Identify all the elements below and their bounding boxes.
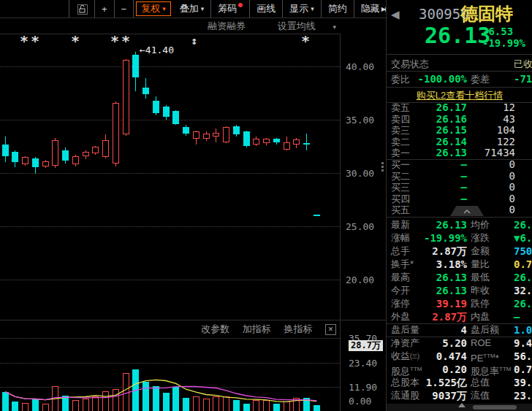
price-grid-line xyxy=(0,173,340,174)
event-star-marker: * xyxy=(301,32,310,50)
price-grid-line xyxy=(0,226,340,227)
volume-bar xyxy=(183,398,189,411)
divider xyxy=(387,337,532,337)
candle xyxy=(32,158,39,167)
volume-tick-label: 11.90 xyxy=(349,382,377,393)
stat-label: 涨停 xyxy=(391,297,410,310)
volume-tick-label: 0.00 xyxy=(349,396,371,407)
stat-row: 总手2.87万金额7500万 xyxy=(387,245,532,258)
stat-value: 4 xyxy=(408,323,467,337)
l2-quote-link[interactable]: 购买L2查看十档行情 xyxy=(387,89,532,102)
volume-bar xyxy=(273,404,280,411)
candle xyxy=(233,126,240,135)
weibi-row: 委比 -100.00% 委差 -71715 xyxy=(387,72,532,86)
volume-bar xyxy=(62,396,69,411)
stat-row: 涨停39.19跌停26.13 xyxy=(387,297,532,310)
order-book-row: 买二—0 xyxy=(387,171,532,183)
candle xyxy=(172,111,179,124)
stat-value: 23.61亿 xyxy=(514,389,532,402)
stat-row: 涨幅-19.99%涨跌▼6.53 xyxy=(387,231,532,245)
volume-bar xyxy=(284,402,290,411)
trade-status-label: 交易状态 xyxy=(391,57,429,71)
price-grid-line xyxy=(0,66,340,67)
candle-wick xyxy=(306,134,307,150)
candle xyxy=(203,134,210,139)
last-price: 26.13 xyxy=(425,23,490,48)
volume-bar xyxy=(83,399,89,411)
candle xyxy=(303,143,310,145)
stat-row: 净资产5.20ROE9.41 xyxy=(387,337,532,350)
divider xyxy=(387,217,532,218)
divider xyxy=(387,71,532,72)
candle xyxy=(92,147,99,153)
stat-label: 总值 xyxy=(471,376,490,389)
stat-label: 最低 xyxy=(471,271,490,284)
stat-value: 0.7 xyxy=(514,258,532,271)
candle xyxy=(293,139,300,145)
stat-value: 1.05万 xyxy=(514,323,532,337)
price-grid-line xyxy=(0,280,340,280)
stat-label: 外盘 xyxy=(391,310,410,323)
quote-panel-scrollbar[interactable] xyxy=(387,404,532,411)
candle xyxy=(314,215,320,216)
stat-value: 9.41 xyxy=(514,337,532,350)
stat-value: 0.20 xyxy=(408,363,467,376)
order-level-label: 买一 xyxy=(391,159,410,171)
stat-row: 最新26.13均价26.13 xyxy=(387,218,532,231)
price-tick-label: 35.00 xyxy=(346,115,374,126)
stat-row: 外盘2.87万内盘— xyxy=(387,310,532,323)
order-book-row: 买三—0 xyxy=(387,182,532,193)
event-star-marker: * xyxy=(110,32,119,50)
event-star-marker: * xyxy=(121,32,130,50)
stat-label: 最新 xyxy=(391,218,410,231)
stat-value: 26.13 xyxy=(514,218,532,231)
stat-row: 股息TTM0.20股息率TTM0.76 xyxy=(387,363,532,376)
candle xyxy=(42,161,49,166)
stat-label: 均价 xyxy=(471,218,490,231)
volume-bar xyxy=(193,396,200,411)
order-level-label: 卖四 xyxy=(391,114,410,126)
stat-label: 涨跌 xyxy=(471,231,490,245)
quote-panel: ◀ 300950 德固特 26.13 -6.53 -19.99% 交易状态 已收… xyxy=(386,0,532,411)
stat-value: 26.13 xyxy=(408,271,467,284)
volume-bar xyxy=(92,396,99,411)
order-book-row: 卖三26.15104 xyxy=(387,125,532,137)
candle xyxy=(2,145,9,156)
volume-bar xyxy=(303,398,310,411)
candle xyxy=(223,127,229,142)
stat-row: 盘后量4盘后额1.05万 xyxy=(387,323,532,337)
stat-label: 跌停 xyxy=(471,297,490,310)
stat-value: 2.87万 xyxy=(408,310,467,323)
order-quantity: 0 xyxy=(457,171,515,183)
order-level-label: 买三 xyxy=(391,182,410,193)
scroll-up-icon[interactable] xyxy=(458,403,466,407)
candle xyxy=(163,107,170,116)
trade-status-value: 已收盘 xyxy=(514,57,532,71)
weibi-value: -100.00% xyxy=(408,72,467,86)
order-level-label: 买四 xyxy=(391,193,410,205)
candle xyxy=(243,131,250,146)
back-icon[interactable]: ◀ xyxy=(391,8,400,21)
panel-splitter-handle[interactable] xyxy=(381,162,384,164)
volume-bar xyxy=(213,396,219,411)
stat-value: 56.2 xyxy=(514,350,532,363)
stat-value: — xyxy=(514,310,520,323)
scrollbar-thumb[interactable] xyxy=(473,405,517,410)
order-quantity: 0 xyxy=(457,182,515,193)
candle xyxy=(284,142,290,150)
volume-bar xyxy=(123,373,129,411)
stat-label: 内盘 xyxy=(471,310,490,323)
price-tick-label: 30.00 xyxy=(346,168,374,179)
order-quantity: 0 xyxy=(457,193,515,205)
candle xyxy=(153,101,159,114)
order-book-row: 卖二26.14122 xyxy=(387,137,532,148)
order-level-label: 卖一 xyxy=(391,147,410,159)
candle xyxy=(132,55,139,77)
stat-value: 1.525亿 xyxy=(408,376,467,389)
stat-label: 最高 xyxy=(391,271,410,284)
candle xyxy=(273,139,280,142)
order-level-label: 买五 xyxy=(391,204,410,216)
candle xyxy=(263,139,270,143)
volume-bar xyxy=(132,369,139,411)
volume-bar xyxy=(102,391,109,411)
